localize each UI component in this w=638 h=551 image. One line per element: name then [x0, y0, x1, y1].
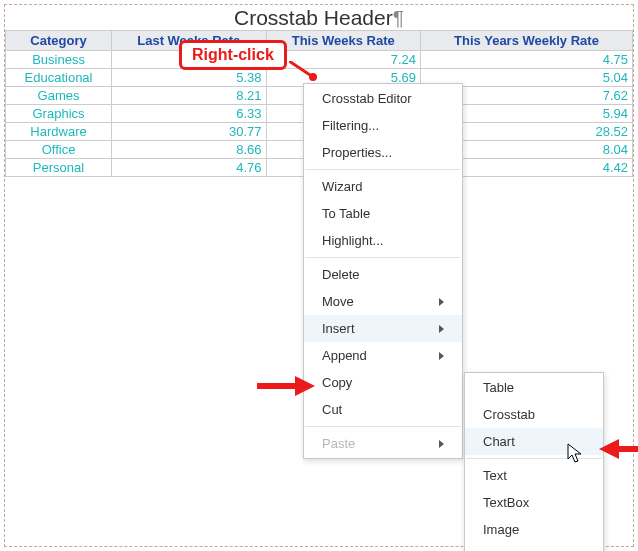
insert-submenu[interactable]: TableCrosstabChartTextTextBoxImageSepara…	[464, 372, 604, 551]
menu-item-move[interactable]: Move	[304, 288, 462, 315]
menu-item-paste[interactable]: Paste	[304, 430, 462, 457]
menu-item-label: Chart	[483, 434, 515, 449]
cell-last[interactable]: 30.77	[112, 123, 266, 141]
cell-last[interactable]: 4.76	[112, 159, 266, 177]
submenu-item-image[interactable]: Image	[465, 516, 603, 543]
menu-item-label: Filtering...	[322, 118, 379, 133]
menu-item-label: Image	[483, 522, 519, 537]
cell-cat[interactable]: Office	[6, 141, 112, 159]
menu-item-label: Cut	[322, 402, 342, 417]
cell-last[interactable]: 8.66	[112, 141, 266, 159]
cell-last[interactable]: 6.33	[112, 105, 266, 123]
menu-item-label: TextBox	[483, 495, 529, 510]
context-menu[interactable]: Crosstab EditorFiltering...Properties...…	[303, 83, 463, 459]
submenu-item-textbox[interactable]: TextBox	[465, 489, 603, 516]
menu-item-label: Crosstab	[483, 407, 535, 422]
menu-item-label: Table	[483, 380, 514, 395]
menu-item-label: Wizard	[322, 179, 362, 194]
menu-item-properties[interactable]: Properties...	[304, 139, 462, 166]
col-year[interactable]: This Years Weekly Rate	[421, 31, 633, 51]
menu-separator	[305, 169, 461, 170]
menu-item-highlight[interactable]: Highlight...	[304, 227, 462, 254]
cell-cat[interactable]: Games	[6, 87, 112, 105]
menu-item-label: Highlight...	[322, 233, 383, 248]
menu-item-wizard[interactable]: Wizard	[304, 173, 462, 200]
menu-separator	[466, 458, 602, 459]
menu-item-label: Append	[322, 348, 367, 363]
cell-cat[interactable]: Educational	[6, 69, 112, 87]
menu-item-label: Move	[322, 294, 354, 309]
menu-item-copy[interactable]: Copy	[304, 369, 462, 396]
cell-this[interactable]: 7.24	[266, 51, 420, 69]
menu-item-to-table[interactable]: To Table	[304, 200, 462, 227]
submenu-item-table[interactable]: Table	[465, 374, 603, 401]
menu-item-label: Paste	[322, 436, 355, 451]
menu-item-label: Text	[483, 468, 507, 483]
menu-item-insert[interactable]: Insert	[304, 315, 462, 342]
annotation-arrow-chart	[599, 437, 638, 461]
cell-cat[interactable]: Personal	[6, 159, 112, 177]
submenu-arrow-icon	[439, 352, 444, 360]
cell-year[interactable]: 4.75	[421, 51, 633, 69]
table-row[interactable]: Business7.244.75	[6, 51, 633, 69]
submenu-arrow-icon	[439, 298, 444, 306]
report-canvas: Crosstab Header¶ Category Last Weeks Rat…	[4, 4, 634, 547]
crosstab-header: Crosstab Header¶	[5, 5, 633, 30]
submenu-item-separator[interactable]: Separator	[465, 543, 603, 551]
table-header-row: Category Last Weeks Rate This Weeks Rate…	[6, 31, 633, 51]
menu-item-label: Insert	[322, 321, 355, 336]
submenu-item-text[interactable]: Text	[465, 462, 603, 489]
menu-item-cut[interactable]: Cut	[304, 396, 462, 423]
cell-cat[interactable]: Graphics	[6, 105, 112, 123]
pilcrow-icon: ¶	[393, 6, 404, 29]
submenu-item-chart[interactable]: Chart	[465, 428, 603, 455]
right-click-callout: Right-click	[179, 40, 287, 70]
col-category[interactable]: Category	[6, 31, 112, 51]
menu-item-label: Crosstab Editor	[322, 91, 412, 106]
submenu-item-crosstab[interactable]: Crosstab	[465, 401, 603, 428]
menu-item-append[interactable]: Append	[304, 342, 462, 369]
cell-last[interactable]: 8.21	[112, 87, 266, 105]
menu-item-label: Properties...	[322, 145, 392, 160]
menu-item-label: To Table	[322, 206, 370, 221]
menu-item-delete[interactable]: Delete	[304, 261, 462, 288]
menu-item-label: Copy	[322, 375, 352, 390]
menu-separator	[305, 426, 461, 427]
cell-cat[interactable]: Hardware	[6, 123, 112, 141]
cell-cat[interactable]: Business	[6, 51, 112, 69]
col-this[interactable]: This Weeks Rate	[266, 31, 420, 51]
cell-last[interactable]: 5.38	[112, 69, 266, 87]
header-title: Crosstab Header	[234, 6, 393, 29]
menu-item-filtering[interactable]: Filtering...	[304, 112, 462, 139]
menu-separator	[305, 257, 461, 258]
submenu-arrow-icon	[439, 325, 444, 333]
menu-item-crosstab-editor[interactable]: Crosstab Editor	[304, 85, 462, 112]
menu-item-label: Delete	[322, 267, 360, 282]
submenu-arrow-icon	[439, 440, 444, 448]
